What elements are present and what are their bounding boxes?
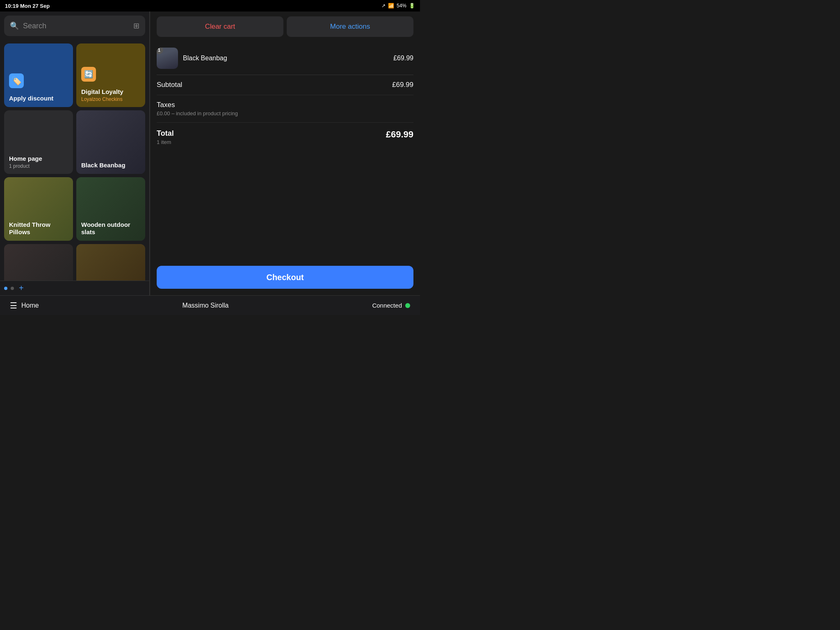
total-item-count: 1 item: [157, 139, 174, 145]
status-bar: 10:19 Mon 27 Sep ↗ 📶 54% 🔋: [0, 0, 420, 11]
left-panel: 🔍 Search ⊞ 🏷️ Apply discount 🔄 Digital L…: [0, 11, 150, 295]
total-row: Total 1 item £69.99: [157, 123, 413, 149]
tile-black-beanbag-title: Black Beanbag: [81, 162, 140, 169]
total-info: Total 1 item: [157, 129, 174, 145]
cart-item-thumbnail: 1: [157, 48, 178, 69]
clear-cart-button[interactable]: Clear cart: [157, 16, 283, 37]
taxes-detail: £0.00 – included in product pricing: [157, 110, 238, 116]
barcode-icon[interactable]: ⊞: [133, 21, 139, 30]
bottom-nav: ☰ Home Massimo Sirolla Connected: [0, 295, 420, 315]
search-input[interactable]: Search: [23, 22, 129, 30]
battery-icon: 🔋: [409, 3, 415, 9]
cart-header: Clear cart More actions: [150, 11, 420, 42]
taxes-row: Taxes £0.00 – included in product pricin…: [157, 95, 413, 123]
discount-icon: 🏷️: [9, 73, 24, 88]
hamburger-icon[interactable]: ☰: [10, 301, 17, 310]
more-actions-button[interactable]: More actions: [287, 16, 413, 37]
checkout-button[interactable]: Checkout: [157, 266, 413, 289]
nav-connection-status: Connected: [372, 302, 410, 309]
product-grid: 🏷️ Apply discount 🔄 Digital Loyalty Loya…: [0, 40, 149, 281]
tile-apply-discount[interactable]: 🏷️ Apply discount: [4, 43, 73, 107]
tile-home-page-title: Home page: [9, 155, 68, 162]
tile-wooden-outdoor-slats[interactable]: Wooden outdoor slats: [76, 177, 145, 241]
battery-level: 54%: [397, 3, 406, 9]
total-value: £69.99: [386, 129, 413, 140]
taxes-label: Taxes: [157, 101, 238, 109]
cart-content: 1 Black Beanbag £69.99 Subtotal £69.99 T…: [150, 42, 420, 262]
nav-user-name: Massimo Sirolla: [183, 302, 229, 309]
cart-item[interactable]: 1 Black Beanbag £69.99: [157, 42, 413, 75]
connection-status-dot: [405, 303, 410, 308]
right-panel: Clear cart More actions 1 Black Beanbag …: [150, 11, 420, 295]
taxes-info: Taxes £0.00 – included in product pricin…: [157, 101, 238, 116]
connection-status-label: Connected: [372, 302, 402, 309]
tile-gardening-hand-trowel[interactable]: Gardening hand trowel: [4, 244, 73, 281]
subtotal-label: Subtotal: [157, 81, 182, 89]
tab-dot-inactive[interactable]: [11, 287, 14, 290]
tile-home-page-meta: 1 product: [9, 163, 68, 169]
search-bar[interactable]: 🔍 Search ⊞: [4, 16, 145, 36]
checkout-wrap: Checkout: [150, 262, 420, 295]
add-tab-button[interactable]: +: [19, 283, 24, 293]
search-icon: 🔍: [10, 21, 19, 30]
total-label: Total: [157, 129, 174, 138]
tile-digital-loyalty-subtitle: Loyalzoo Checkins: [81, 96, 140, 102]
tile-digital-loyalty[interactable]: 🔄 Digital Loyalty Loyalzoo Checkins: [76, 43, 145, 107]
tile-wooden-title: Wooden outdoor slats: [81, 221, 140, 236]
tile-knitted-title: Knitted Throw Pillows: [9, 221, 68, 236]
cart-item-name: Black Beanbag: [183, 55, 388, 62]
status-indicators: ↗ 📶 54% 🔋: [381, 3, 415, 9]
tile-home-page[interactable]: Home page 1 product: [4, 110, 73, 174]
tab-dot-active[interactable]: [4, 287, 7, 290]
loyalty-icon: 🔄: [81, 67, 96, 82]
tile-knitted-throw-pillows[interactable]: Knitted Throw Pillows: [4, 177, 73, 241]
status-time-date: 10:19 Mon 27 Sep: [5, 3, 50, 9]
nav-home[interactable]: ☰ Home: [10, 301, 39, 310]
tile-apply-discount-title: Apply discount: [9, 95, 68, 102]
wifi-icon: 📶: [388, 3, 394, 9]
subtotal-value: £69.99: [392, 81, 413, 89]
location-icon: ↗: [381, 3, 386, 9]
nav-home-label: Home: [21, 302, 39, 309]
tile-digital-loyalty-title: Digital Loyalty: [81, 88, 140, 96]
cart-item-price: £69.99: [393, 55, 413, 62]
bottom-tabs: +: [0, 281, 149, 295]
tile-black-beanbag[interactable]: Black Beanbag: [76, 110, 145, 174]
subtotal-row: Subtotal £69.99: [157, 75, 413, 95]
tile-vanilla-candle[interactable]: Vanilla candle: [76, 244, 145, 281]
